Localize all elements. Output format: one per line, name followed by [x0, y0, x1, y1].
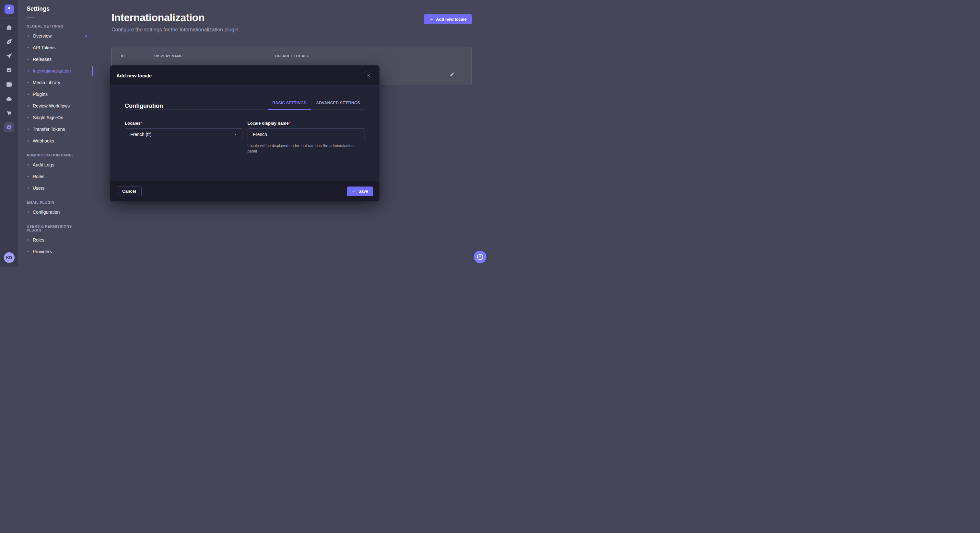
tab-basic-settings[interactable]: BASIC SETTINGS	[268, 101, 312, 109]
close-modal-button[interactable]	[364, 71, 373, 80]
bullet-icon	[27, 117, 29, 118]
section-label: ADMINISTRATION PANEL	[27, 153, 85, 157]
sidebar-title: Settings	[27, 5, 93, 12]
bullet-icon	[27, 176, 29, 177]
display-name-input[interactable]	[248, 128, 365, 140]
rail-bottom: KD	[0, 248, 18, 266]
section-label: GLOBAL SETTINGS	[27, 24, 85, 28]
modal-body: Configuration BASIC SETTINGSADVANCED SET…	[110, 86, 380, 181]
locales-field: Locales* French (fr)	[125, 121, 242, 154]
bullet-icon	[27, 140, 29, 141]
strapi-logo[interactable]	[5, 5, 14, 14]
rail-item-cloud[interactable]	[4, 94, 14, 104]
cart-icon	[6, 110, 12, 116]
help-icon: ?	[477, 254, 483, 260]
page-subtitle: Configure the settings for the Internati…	[111, 27, 238, 33]
sidebar-item-label: Plugins	[33, 92, 48, 97]
bullet-icon	[27, 47, 29, 48]
pencil-icon	[450, 72, 455, 78]
add-new-locale-button[interactable]: Add new locale	[424, 14, 472, 24]
bullet-icon	[27, 211, 29, 213]
sidebar-item-media-library[interactable]: Media Library	[19, 77, 93, 89]
sidebar-item-label: Audit Logs	[33, 162, 54, 167]
sidebar-item-api-tokens[interactable]: API Tokens	[19, 42, 93, 54]
required-asterisk: *	[289, 121, 291, 125]
help-button[interactable]: ?	[474, 251, 487, 263]
modal-footer: Cancel Save	[110, 181, 380, 201]
display-name-helper: Locale will be displayed under that name…	[248, 143, 364, 154]
settings-sidebar: Settings GLOBAL SETTINGSOverviewAPI Toke…	[19, 0, 93, 266]
sidebar-item-transfer-tokens[interactable]: Transfer Tokens	[19, 124, 93, 135]
sidebar-item-label: Transfer Tokens	[33, 127, 65, 132]
sidebar-item-webhooks[interactable]: Webhooks	[19, 135, 93, 147]
sidebar-item-label: Roles	[33, 237, 45, 243]
locales-select[interactable]: French (fr)	[125, 128, 242, 140]
sidebar-item-plugins[interactable]: Plugins	[19, 89, 93, 100]
save-label: Save	[358, 189, 368, 194]
table-header-display-name: DISPLAY NAME	[145, 54, 266, 58]
sidebar-item-audit-logs[interactable]: Audit Logs	[19, 159, 93, 171]
sidebar-item-configuration[interactable]: Configuration	[19, 206, 93, 218]
tab-advanced-settings[interactable]: ADVANCED SETTINGS	[311, 101, 365, 109]
display-name-label: Locale display name*	[248, 121, 365, 125]
bullet-icon	[27, 70, 29, 71]
bullet-icon	[27, 35, 29, 36]
icon-rail: KD	[0, 0, 19, 266]
sidebar-item-roles[interactable]: Roles	[19, 171, 93, 182]
rail-item-paper-plane[interactable]	[4, 51, 14, 61]
sidebar-item-single-sign-on[interactable]: Single Sign-On	[19, 112, 93, 124]
section-label: USERS & PERMISSIONS PLUGIN	[27, 224, 85, 232]
sidebar-item-releases[interactable]: Releases	[19, 54, 93, 65]
rail-item-layout[interactable]	[4, 79, 14, 90]
logo-area	[0, 0, 18, 19]
locales-select-value: French (fr)	[130, 132, 151, 137]
settings-nav: GLOBAL SETTINGSOverviewAPI TokensRelease…	[19, 24, 93, 257]
sidebar-item-label: Configuration	[33, 209, 60, 215]
strapi-logo-icon	[6, 6, 12, 12]
avatar[interactable]: KD	[4, 252, 14, 263]
chevron-down-icon	[234, 132, 237, 136]
title-divider	[27, 17, 34, 18]
plus-icon	[429, 17, 433, 21]
sidebar-item-label: API Tokens	[33, 45, 56, 50]
tabs-divider	[125, 109, 365, 110]
display-name-field: Locale display name* Locale will be disp…	[248, 121, 365, 154]
notification-dot	[85, 35, 87, 37]
locales-table-header: IDDISPLAY NAMEDEFAULT LOCALE	[112, 47, 471, 65]
sidebar-item-label: Single Sign-On	[33, 115, 63, 120]
sidebar-item-users[interactable]: Users	[19, 182, 93, 194]
sidebar-item-internationalization[interactable]: Internationalization	[19, 65, 93, 77]
sidebar-item-label: Review Workflows	[33, 103, 70, 108]
locales-label: Locales*	[125, 121, 242, 125]
rail-item-home[interactable]	[4, 22, 14, 33]
cancel-button[interactable]: Cancel	[117, 187, 142, 196]
bullet-icon	[27, 94, 29, 95]
sidebar-item-label: Users	[33, 186, 45, 191]
edit-locale-button[interactable]	[448, 71, 456, 79]
configuration-heading: Configuration	[125, 103, 163, 109]
rail-item-media[interactable]	[4, 65, 14, 75]
rail-nav	[4, 22, 14, 132]
rail-item-gear[interactable]	[4, 122, 14, 132]
layout-icon	[6, 81, 12, 88]
page-title: Internationalization	[111, 12, 238, 24]
sidebar-item-label: Roles	[33, 174, 45, 179]
save-button[interactable]: Save	[347, 187, 373, 196]
add-new-locale-label: Add new locale	[436, 17, 467, 22]
bullet-icon	[27, 251, 29, 252]
check-icon	[352, 189, 356, 194]
sidebar-item-roles[interactable]: Roles	[19, 234, 93, 246]
section-label: EMAIL PLUGIN	[27, 200, 85, 204]
sidebar-item-overview[interactable]: Overview	[19, 30, 93, 42]
close-icon	[367, 74, 371, 78]
bullet-icon	[27, 187, 29, 189]
sidebar-item-review-workflows[interactable]: Review Workflows	[19, 100, 93, 112]
cloud-icon	[6, 95, 12, 102]
rail-item-cart[interactable]	[4, 108, 14, 118]
bullet-icon	[27, 82, 29, 83]
bullet-icon	[27, 59, 29, 60]
rail-item-feather[interactable]	[4, 36, 14, 47]
modal-title: Add new locale	[116, 73, 152, 78]
page-header: Internationalization Configure the setti…	[93, 0, 490, 33]
sidebar-item-providers[interactable]: Providers	[19, 246, 93, 257]
